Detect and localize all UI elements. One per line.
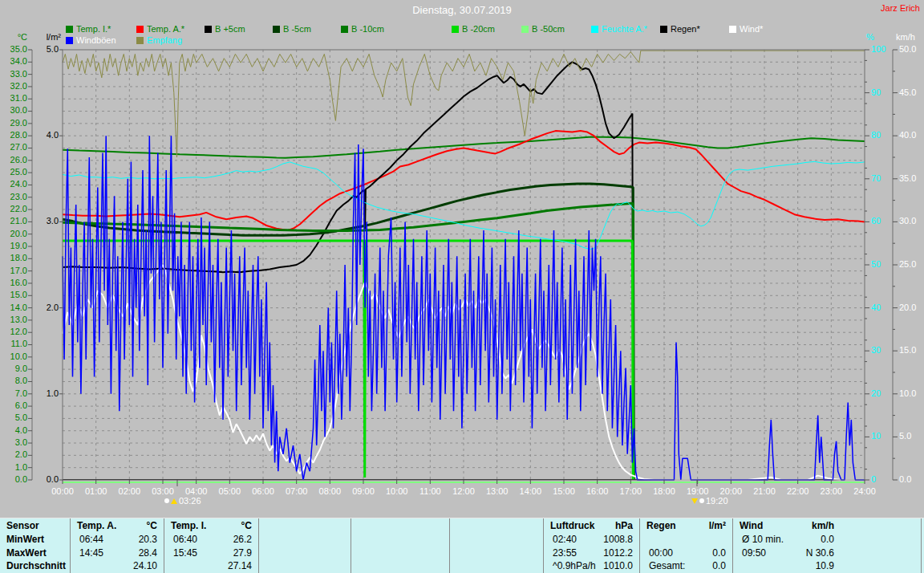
- wind-tick-label: 45.0: [899, 87, 916, 97]
- humidity-tick-label: 40: [871, 303, 881, 312]
- sunset-time: 19:20: [706, 496, 728, 506]
- time-tick-label: 06:00: [252, 486, 274, 496]
- rain-tick-label: 1.0: [47, 388, 59, 398]
- celsius-tick-label: 2.0: [15, 449, 27, 459]
- celsius-tick-label: 3.0: [15, 437, 27, 447]
- table-col-unit: km/h: [0, 520, 834, 531]
- humidity-tick-label: 60: [871, 216, 881, 226]
- humidity-tick-label: 90: [871, 87, 881, 97]
- sunrise-sun-icon: [164, 498, 169, 503]
- celsius-tick-label: 6.0: [15, 400, 27, 410]
- humidity-tick-label: 100: [871, 44, 886, 54]
- celsius-tick-label: 32.0: [10, 81, 27, 91]
- celsius-tick-label: 31.0: [10, 93, 27, 103]
- time-tick-label: 16:00: [586, 486, 609, 496]
- sunrise-marker: 03:26: [164, 496, 201, 506]
- celsius-tick-label: 13.0: [10, 315, 27, 324]
- celsius-tick-label: 1.0: [15, 462, 27, 472]
- celsius-tick-label: 33.0: [10, 69, 27, 79]
- wind-tick-label: 30.0: [899, 216, 916, 226]
- sunset-marker: 19:20: [691, 496, 728, 506]
- time-tick-label: 14:00: [520, 486, 542, 496]
- time-tick-label: 04:00: [185, 486, 208, 496]
- humidity-tick-label: 80: [871, 130, 881, 140]
- wind-tick-label: 15.0: [899, 345, 916, 355]
- wind-tick-label: 25.0: [899, 259, 916, 269]
- humidity-tick-label: 50: [871, 259, 881, 269]
- celsius-tick-label: 20.0: [10, 229, 27, 238]
- celsius-tick-label: 34.0: [10, 56, 27, 66]
- time-tick-label: 00:00: [51, 486, 74, 496]
- time-tick-label: 13:00: [486, 486, 509, 496]
- wind-tick-label: 50.0: [899, 44, 916, 54]
- celsius-tick-label: 7.0: [15, 388, 27, 398]
- sunset-sun-icon: [699, 498, 704, 503]
- time-tick-label: 02:00: [119, 486, 141, 496]
- wind-tick-label: 0.0: [899, 474, 911, 484]
- time-tick-label: 18:00: [653, 486, 675, 496]
- celsius-tick-label: 19.0: [10, 241, 27, 250]
- celsius-tick-label: 0.0: [15, 474, 27, 484]
- celsius-tick-label: 5.0: [15, 412, 27, 422]
- celsius-tick-label: 30.0: [10, 105, 27, 115]
- wind-tick-label: 20.0: [899, 303, 916, 312]
- celsius-tick-label: 18.0: [10, 253, 27, 262]
- celsius-tick-label: 23.0: [10, 192, 27, 201]
- time-tick-label: 08:00: [319, 486, 342, 496]
- rain-tick-label: 3.0: [47, 216, 59, 226]
- weather-app-window: { "header": {"title": "Dienstag, 30.07.2…: [0, 0, 924, 573]
- table-column-separator: [921, 518, 922, 573]
- time-tick-label: 19:00: [687, 486, 709, 496]
- celsius-tick-label: 10.0: [10, 352, 27, 361]
- celsius-tick-label: 14.0: [10, 303, 27, 312]
- celsius-tick-label: 24.0: [10, 179, 27, 189]
- celsius-tick-label: 9.0: [15, 364, 27, 373]
- time-tick-label: 05:00: [219, 486, 241, 496]
- time-tick-label: 03:00: [152, 486, 174, 496]
- celsius-tick-label: 29.0: [10, 118, 27, 128]
- time-tick-label: 15:00: [553, 486, 575, 496]
- summary-table: SensorMinWertMaxWertDurchschnittTemp. A.…: [0, 518, 924, 573]
- wind-tick-label: 40.0: [899, 130, 916, 140]
- time-tick-label: 09:00: [352, 486, 375, 496]
- celsius-tick-label: 4.0: [15, 425, 27, 435]
- celsius-tick-label: 27.0: [10, 142, 27, 152]
- time-tick-label: 24:00: [853, 486, 876, 496]
- celsius-tick-label: 28.0: [10, 130, 27, 140]
- time-tick-label: 23:00: [821, 486, 843, 496]
- celsius-tick-label: 11.0: [10, 339, 27, 348]
- time-tick-label: 10:00: [386, 486, 408, 496]
- weather-chart-area: 35.034.033.032.031.030.029.028.027.026.0…: [0, 0, 924, 518]
- humidity-tick-label: 0: [871, 474, 876, 484]
- celsius-tick-label: 21.0: [10, 216, 27, 226]
- celsius-tick-label: 25.0: [10, 167, 27, 177]
- time-tick-label: 01:00: [85, 486, 107, 496]
- humidity-tick-label: 30: [871, 345, 881, 355]
- time-tick-label: 12:00: [452, 486, 475, 496]
- time-tick-label: 20:00: [720, 486, 743, 496]
- celsius-tick-label: 12.0: [10, 327, 27, 336]
- time-tick-label: 07:00: [286, 486, 308, 496]
- wind-tick-label: 10.0: [899, 388, 916, 398]
- table-cell-value: N 30.6: [0, 547, 834, 559]
- time-tick-label: 21:00: [753, 486, 776, 496]
- rain-tick-label: 5.0: [47, 44, 59, 54]
- wind-tick-label: 5.0: [899, 431, 911, 441]
- rain-tick-label: 0.0: [47, 474, 59, 484]
- sunrise-time: 03:26: [179, 496, 201, 506]
- rain-tick-label: 4.0: [47, 130, 59, 140]
- celsius-tick-label: 22.0: [10, 204, 27, 213]
- celsius-tick-label: 26.0: [10, 155, 27, 165]
- wind-tick-label: 35.0: [899, 173, 916, 183]
- rain-tick-label: 2.0: [47, 303, 59, 312]
- sunset-arrow-icon: [691, 498, 698, 504]
- celsius-tick-label: 15.0: [10, 290, 27, 299]
- humidity-tick-label: 70: [871, 173, 881, 183]
- time-tick-label: 11:00: [419, 486, 441, 496]
- celsius-tick-label: 35.0: [10, 44, 27, 54]
- humidity-tick-label: 20: [871, 388, 881, 398]
- humidity-tick-label: 10: [871, 431, 881, 441]
- celsius-tick-label: 16.0: [10, 278, 27, 287]
- table-cell-value: 0.0: [0, 534, 834, 545]
- celsius-tick-label: 17.0: [10, 266, 27, 275]
